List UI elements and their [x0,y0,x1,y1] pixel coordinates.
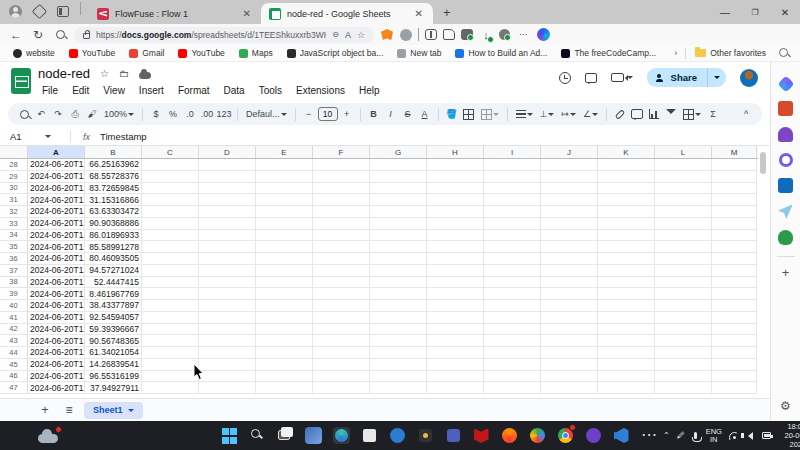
cell-C30[interactable] [142,183,199,195]
cell-E43[interactable] [256,335,313,347]
cell-K47[interactable] [598,382,655,394]
cell-C31[interactable] [142,194,199,206]
bookmarks-overflow-icon[interactable]: › [670,48,681,58]
column-header-K[interactable]: K [598,146,655,158]
cell-K40[interactable] [598,300,655,312]
menu-data[interactable]: Data [218,84,251,97]
font-size-input[interactable]: 10 [318,107,338,121]
scrollbar-thumb[interactable] [760,152,766,174]
bookmark-item[interactable]: How to Build an Ad... [450,48,552,58]
cell-D32[interactable] [199,206,256,218]
cell-F32[interactable] [313,206,370,218]
cell-H40[interactable] [427,300,484,312]
github-desktop-taskbar-icon[interactable] [585,427,602,444]
cell-G38[interactable] [370,277,427,289]
cell-K44[interactable] [598,347,655,359]
row-number[interactable]: 47 [0,382,28,394]
restore-button[interactable]: ❐ [740,8,770,17]
cell-J35[interactable] [541,241,598,253]
cell-A37[interactable]: 2024-06-20T12:2 [28,265,85,277]
cell-D40[interactable] [199,300,256,312]
cell-H46[interactable] [427,371,484,383]
cell-D33[interactable] [199,218,256,230]
cell-I38[interactable] [484,277,541,289]
increase-decimal-button[interactable]: .00 [199,106,215,122]
cell-G41[interactable] [370,312,427,324]
add-sidebar-item-icon[interactable]: + [782,268,790,278]
insert-comment-icon[interactable] [629,106,645,122]
cell-L41[interactable] [655,312,712,324]
cell-B40[interactable]: 38.43377897 [85,300,142,312]
cell-E35[interactable] [256,241,313,253]
meet-button[interactable] [611,73,633,82]
volume-icon[interactable] [744,432,753,440]
cell-M32[interactable] [712,206,757,218]
cell-I47[interactable] [484,382,541,394]
cell-J46[interactable] [541,371,598,383]
cell-F42[interactable] [313,324,370,336]
cell-E34[interactable] [256,230,313,242]
cell-E32[interactable] [256,206,313,218]
cell-K45[interactable] [598,359,655,371]
cell-C42[interactable] [142,324,199,336]
cell-I34[interactable] [484,230,541,242]
zoom-select[interactable]: 100% [101,106,137,122]
more-formats-button[interactable]: 123 [216,106,232,122]
cell-L42[interactable] [655,324,712,336]
cell-H43[interactable] [427,335,484,347]
cell-G44[interactable] [370,347,427,359]
new-tab-button[interactable]: + [433,5,461,24]
cell-E47[interactable] [256,382,313,394]
bookmark-item[interactable]: YouTube [173,48,229,58]
horizontal-align-icon[interactable] [513,106,536,122]
decrease-font-size-button[interactable]: − [301,106,317,122]
corner-select-all[interactable] [0,146,28,158]
cell-F43[interactable] [313,335,370,347]
help-taskbar-icon[interactable] [389,427,406,444]
cell-A32[interactable]: 2024-06-20T12:2 [28,206,85,218]
row-number[interactable]: 39 [0,288,28,300]
cell-G45[interactable] [370,359,427,371]
cell-K43[interactable] [598,335,655,347]
back-icon[interactable]: ← [8,28,24,42]
column-header-M[interactable]: M [712,146,757,158]
cell-H38[interactable] [427,277,484,289]
cell-L46[interactable] [655,371,712,383]
cell-A41[interactable]: 2024-06-20T12:2 [28,312,85,324]
favorite-star-icon[interactable]: ☆ [357,30,365,40]
tab-close-icon[interactable]: ✕ [241,8,253,19]
cell-F45[interactable] [313,359,370,371]
cell-D37[interactable] [199,265,256,277]
menu-format[interactable]: Format [172,84,216,97]
profile-icon[interactable] [8,4,22,18]
column-header-I[interactable]: I [484,146,541,158]
cell-K46[interactable] [598,371,655,383]
cell-I42[interactable] [484,324,541,336]
copilot-icon[interactable] [536,28,550,42]
cell-A35[interactable]: 2024-06-20T12:2 [28,241,85,253]
cell-M35[interactable] [712,241,757,253]
cell-J43[interactable] [541,335,598,347]
cell-C35[interactable] [142,241,199,253]
cell-F36[interactable] [313,253,370,265]
insert-chart-icon[interactable] [646,106,662,122]
row-number[interactable]: 35 [0,241,28,253]
cell-D36[interactable] [199,253,256,265]
cell-B46[interactable]: 96.55316199 [85,371,142,383]
cell-J33[interactable] [541,218,598,230]
cell-H36[interactable] [427,253,484,265]
cell-H34[interactable] [427,230,484,242]
cell-G31[interactable] [370,194,427,206]
refresh-icon[interactable]: ↻ [30,28,46,42]
column-header-G[interactable]: G [370,146,427,158]
bookmark-item[interactable]: JavaScript object ba... [282,48,389,58]
edge-taskbar-icon[interactable] [333,427,350,444]
cell-A29[interactable]: 2024-06-20T12:2 [28,171,85,183]
wifi-icon[interactable] [729,432,737,440]
row-number[interactable]: 44 [0,347,28,359]
loop-sidebar-icon[interactable] [779,153,793,167]
cell-H37[interactable] [427,265,484,277]
firefox-taskbar-icon[interactable] [501,427,518,444]
borders-icon[interactable] [461,106,477,122]
extension-icon[interactable] [400,29,412,41]
